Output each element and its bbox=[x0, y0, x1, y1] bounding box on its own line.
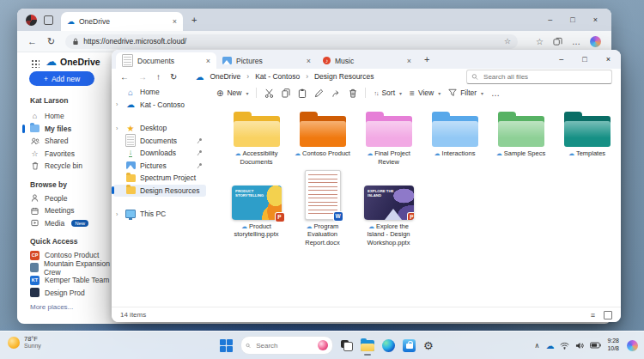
file-item[interactable]: EXPLORE THE ISLAND P ☁Explore the Island… bbox=[355, 175, 422, 247]
browser-close-button[interactable]: × bbox=[593, 15, 598, 24]
address-bar[interactable]: https://onedrive.microsoft.cloud/ ☆ bbox=[65, 34, 518, 49]
task-view-button[interactable] bbox=[341, 340, 353, 351]
nav-pictures[interactable]: Pictures bbox=[113, 160, 206, 173]
quick-access-mountain-expansion-crew[interactable]: Mountain Expansion Crew bbox=[27, 262, 120, 275]
app-launcher-icon[interactable] bbox=[31, 59, 39, 68]
rename-icon[interactable] bbox=[314, 88, 324, 98]
sidebar-item-my-files[interactable]: My files bbox=[27, 123, 120, 136]
browser-maximize-button[interactable]: □ bbox=[570, 15, 574, 24]
nav-this-pc[interactable]: › This PC bbox=[113, 208, 206, 221]
nav-documents[interactable]: Documents bbox=[113, 135, 206, 148]
browser-refresh-button[interactable]: ↻ bbox=[47, 36, 55, 47]
explorer-new-tab-button[interactable]: + bbox=[424, 54, 429, 64]
chevron-right-icon[interactable]: › bbox=[116, 211, 118, 217]
quick-access-design-prod[interactable]: Design Prod bbox=[27, 287, 120, 300]
cut-icon[interactable] bbox=[264, 88, 274, 98]
tab-close-icon[interactable]: × bbox=[307, 57, 311, 65]
chevron-right-icon[interactable]: › bbox=[116, 125, 118, 131]
explorer-tab-pictures[interactable]: Pictures × bbox=[216, 52, 317, 69]
new-icon[interactable]: ⊕ bbox=[216, 88, 223, 98]
more-commands-button[interactable]: … bbox=[491, 88, 500, 98]
folder-item[interactable]: ☁Sample Specs bbox=[488, 112, 554, 167]
chevron-right-icon[interactable]: › bbox=[116, 101, 118, 107]
copilot-tray-icon[interactable] bbox=[627, 340, 638, 351]
sidebar-item-recycle-bin[interactable]: Recycle bin bbox=[27, 160, 120, 173]
browser-minimize-button[interactable]: – bbox=[548, 15, 552, 24]
weather-widget[interactable]: 78°F Sunny bbox=[8, 335, 41, 350]
onedrive-tray-icon[interactable]: ☁ bbox=[545, 341, 554, 350]
nav-spectrum-project[interactable]: Spectrum Project bbox=[113, 172, 206, 185]
copilot-icon[interactable] bbox=[590, 36, 601, 47]
explorer-tab-documents[interactable]: Documents × bbox=[116, 52, 216, 69]
back-button[interactable]: ← bbox=[120, 72, 129, 82]
browser-back-button[interactable]: ← bbox=[27, 36, 37, 46]
favorites-icon[interactable]: ☆ bbox=[536, 37, 544, 46]
quick-access-kemper-table-team[interactable]: KT Kemper Table Team bbox=[27, 274, 120, 287]
file-explorer-taskbar-icon[interactable] bbox=[361, 338, 374, 352]
folder-item[interactable]: ☁Contoso Product bbox=[289, 112, 355, 167]
explorer-tab-music[interactable]: ♪ Music × bbox=[317, 52, 417, 69]
file-item[interactable]: PRODUCT STORYTELLING P ☁Product storytel… bbox=[223, 175, 289, 247]
taskbar-search-box[interactable] bbox=[240, 336, 333, 355]
large-icons-view-icon[interactable] bbox=[604, 311, 612, 319]
store-taskbar-icon[interactable] bbox=[403, 339, 416, 352]
new-button[interactable]: New bbox=[227, 88, 241, 97]
paste-icon[interactable] bbox=[298, 88, 307, 98]
folder-item[interactable]: ☁Interactions bbox=[422, 112, 488, 167]
bookmark-star-icon[interactable]: ☆ bbox=[504, 37, 511, 46]
explorer-close-button[interactable]: × bbox=[606, 55, 611, 64]
taskbar-search-input[interactable] bbox=[254, 341, 314, 350]
browser-profile-icon[interactable] bbox=[26, 15, 37, 26]
sidebar-item-home[interactable]: ⌂ Home bbox=[27, 110, 120, 123]
sidebar-item-meetings[interactable]: Meetings bbox=[27, 204, 120, 217]
breadcrumb-onedrive[interactable]: OneDrive bbox=[210, 72, 240, 81]
tab-close-icon[interactable]: × bbox=[206, 57, 210, 65]
nav-design-resources[interactable]: Design Resources bbox=[113, 185, 206, 198]
breadcrumb-kat-contoso[interactable]: Kat - Contoso bbox=[255, 72, 300, 81]
filter-button[interactable]: Filter bbox=[460, 88, 477, 97]
browser-menu-icon[interactable]: … bbox=[572, 37, 580, 46]
add-new-button[interactable]: + Add new bbox=[29, 71, 94, 86]
sidebar-item-media[interactable]: Media New bbox=[27, 217, 120, 230]
tab-close-icon[interactable]: × bbox=[173, 17, 177, 26]
forward-button[interactable]: → bbox=[138, 72, 147, 82]
up-button[interactable]: ↑ bbox=[156, 72, 161, 82]
hidden-icons-chevron[interactable]: ∧ bbox=[535, 342, 540, 350]
breadcrumb-design-resources[interactable]: Design Resources bbox=[314, 72, 374, 81]
explorer-search-input[interactable] bbox=[482, 72, 607, 82]
share-icon[interactable] bbox=[331, 88, 341, 98]
folder-item[interactable]: ☁Final Project Review bbox=[355, 112, 422, 167]
edge-taskbar-icon[interactable] bbox=[382, 339, 395, 352]
browser-new-tab-button[interactable]: + bbox=[191, 15, 197, 25]
details-view-icon[interactable]: ≡ bbox=[591, 311, 595, 319]
sort-button[interactable]: Sort bbox=[381, 88, 395, 97]
battery-icon[interactable] bbox=[590, 342, 601, 349]
clock[interactable]: 9:28 10/8 bbox=[607, 338, 619, 353]
collections-icon[interactable] bbox=[553, 37, 562, 46]
browser-tab-onedrive[interactable]: ☁ OneDrive × bbox=[61, 12, 183, 31]
folder-item[interactable]: ☁Accessibility Documents bbox=[223, 112, 289, 167]
tab-close-icon[interactable]: × bbox=[407, 57, 411, 65]
explorer-search-box[interactable] bbox=[466, 70, 612, 84]
volume-icon[interactable] bbox=[575, 342, 584, 350]
explorer-maximize-button[interactable]: □ bbox=[582, 55, 586, 64]
explorer-minimize-button[interactable]: – bbox=[559, 55, 563, 64]
refresh-button[interactable]: ↻ bbox=[170, 72, 177, 82]
folder-item[interactable]: ☁Templates bbox=[554, 112, 620, 167]
sidebar-item-people[interactable]: People bbox=[27, 192, 120, 205]
tab-actions-icon[interactable] bbox=[44, 15, 53, 25]
nav-downloads[interactable]: ↓ Downloads bbox=[113, 147, 206, 160]
nav-desktop[interactable]: › ★ Desktop bbox=[113, 122, 206, 135]
settings-taskbar-icon[interactable]: ⚙ bbox=[423, 339, 434, 352]
file-item[interactable]: W ☁Program Evaluation Report.docx bbox=[289, 175, 355, 247]
nav-onedrive-root[interactable]: › ☁ Kat - Contoso bbox=[113, 99, 206, 112]
nav-home[interactable]: ⌂ Home bbox=[113, 86, 206, 99]
sidebar-item-shared[interactable]: Shared bbox=[27, 135, 120, 148]
wifi-icon[interactable] bbox=[560, 342, 569, 350]
start-button[interactable] bbox=[220, 339, 233, 352]
copy-icon[interactable] bbox=[282, 88, 290, 98]
delete-icon[interactable] bbox=[349, 88, 357, 98]
more-places-link[interactable]: More places... bbox=[30, 303, 120, 311]
view-button[interactable]: View bbox=[418, 88, 434, 97]
sidebar-item-favorites[interactable]: ☆ Favorites bbox=[27, 148, 120, 161]
